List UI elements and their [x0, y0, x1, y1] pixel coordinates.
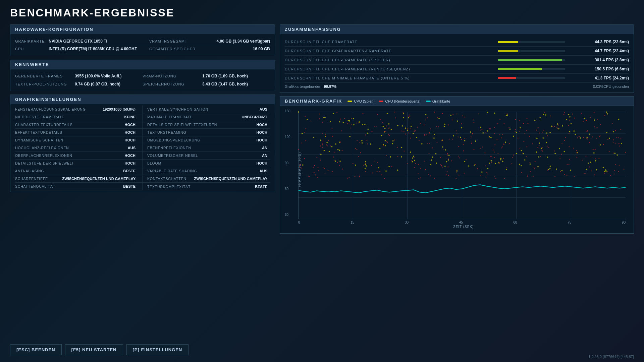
svg-point-418 — [530, 171, 531, 172]
svg-point-482 — [389, 135, 390, 136]
svg-point-174 — [564, 151, 565, 152]
svg-point-562 — [320, 160, 321, 161]
svg-point-281 — [619, 145, 620, 146]
svg-point-284 — [363, 113, 364, 114]
svg-point-130 — [348, 120, 349, 121]
svg-point-582 — [594, 174, 595, 175]
svg-point-481 — [430, 128, 431, 129]
svg-point-115 — [543, 137, 544, 139]
svg-point-154 — [549, 168, 551, 169]
svg-point-407 — [332, 128, 333, 129]
svg-point-307 — [425, 119, 426, 120]
svg-point-357 — [372, 172, 373, 173]
svg-point-519 — [427, 117, 428, 118]
svg-point-565 — [420, 168, 421, 169]
svg-point-419 — [298, 149, 299, 150]
svg-point-606 — [380, 119, 381, 120]
svg-point-415 — [323, 139, 324, 140]
svg-point-309 — [409, 116, 410, 117]
svg-point-573 — [585, 173, 586, 174]
bottom-button[interactable]: [ESC] BEENDEN — [10, 344, 62, 355]
svg-point-200 — [490, 137, 492, 138]
svg-point-28 — [438, 118, 440, 119]
svg-point-574 — [358, 122, 359, 123]
svg-point-210 — [411, 128, 412, 129]
svg-point-278 — [614, 174, 615, 175]
kennwerte-grid: GERENDERTE FRAMES 3955 (100.0% Volle Auf… — [15, 73, 270, 87]
frames-item: GERENDERTE FRAMES 3955 (100.0% Volle Auf… — [15, 73, 143, 79]
svg-point-352 — [429, 143, 430, 144]
svg-point-287 — [539, 145, 540, 146]
svg-point-136 — [520, 127, 521, 128]
svg-point-385 — [344, 118, 345, 119]
grafik-section: GRAFIKEINSTELLUNGEN FENSTERAUFLÖSUNGSSKA… — [10, 95, 275, 192]
svg-point-440 — [495, 178, 496, 179]
svg-point-452 — [475, 164, 476, 165]
bottom-button[interactable]: [F5] NEU STARTEN — [65, 344, 123, 355]
mem-value: 3.43 GB (3.47 GB, hoch) — [202, 82, 248, 86]
svg-point-368 — [612, 123, 613, 124]
summary-section: ZUSAMMENFASSUNG DURCHSCHNITTLICHE FRAMER… — [280, 24, 634, 93]
gpu-row: GRAFIKKARTE NVIDIA GEFORCE GTX 1050 TI V… — [15, 38, 270, 45]
svg-point-280 — [528, 123, 529, 124]
svg-point-568 — [614, 170, 615, 171]
svg-point-117 — [595, 160, 596, 162]
svg-point-129 — [433, 137, 435, 139]
svg-point-428 — [572, 114, 573, 115]
svg-point-577 — [418, 173, 419, 174]
svg-point-52 — [353, 118, 354, 119]
svg-point-288 — [537, 147, 538, 148]
cpu-value: INTEL(R) CORE(TM) I7-8086K CPU @ 4.00GHZ — [49, 47, 149, 51]
svg-point-499 — [332, 136, 333, 137]
svg-point-591 — [559, 158, 560, 159]
svg-point-318 — [596, 138, 597, 139]
svg-point-112 — [571, 123, 572, 124]
svg-point-316 — [420, 123, 421, 124]
grafik-row-right: DETAILS DER SPIELWELTTEXTURENHOCH — [143, 121, 270, 129]
svg-point-219 — [328, 170, 329, 171]
svg-point-41 — [600, 144, 601, 145]
texture-value: 0.74 GB (0.87 GB, hoch) — [75, 82, 120, 86]
svg-point-107 — [586, 169, 587, 170]
svg-point-292 — [526, 146, 527, 147]
svg-point-253 — [448, 159, 449, 160]
hardware-section: HARDWARE-KONFIGURATION GRAFIKKARTE NVIDI… — [10, 24, 275, 56]
svg-point-126 — [569, 116, 571, 118]
svg-point-118 — [335, 143, 336, 145]
svg-point-204 — [450, 115, 452, 116]
svg-point-185 — [470, 131, 471, 133]
bottom-button[interactable]: [P] EINSTELLUNGEN — [126, 344, 189, 355]
svg-point-507 — [485, 153, 486, 154]
svg-point-17 — [509, 128, 511, 130]
svg-point-116 — [362, 142, 363, 144]
svg-point-182 — [416, 137, 417, 138]
svg-point-411 — [473, 120, 474, 121]
svg-point-390 — [504, 123, 505, 124]
svg-point-354 — [302, 142, 303, 143]
svg-point-264 — [319, 114, 320, 115]
vram-usage-value: 1.76 GB (1.89 GB, hoch) — [202, 74, 248, 78]
svg-point-486 — [437, 142, 438, 143]
svg-point-186 — [384, 128, 386, 129]
svg-point-207 — [569, 131, 570, 132]
svg-point-276 — [589, 167, 590, 168]
svg-point-324 — [569, 159, 570, 160]
svg-point-599 — [522, 153, 523, 154]
grafik-row-right: KONTAKTSCHATTENZWISCHENSEQUENZEN UND GAM… — [143, 175, 270, 183]
svg-point-498 — [560, 171, 561, 172]
svg-point-295 — [415, 130, 416, 131]
svg-point-543 — [387, 142, 388, 143]
legend-item: CPU (Rendersquenz) — [379, 99, 420, 103]
svg-point-436 — [305, 128, 306, 129]
svg-point-426 — [458, 136, 459, 137]
svg-point-16 — [506, 169, 507, 170]
frames-label: GERENDERTE FRAMES — [15, 74, 72, 78]
svg-point-124 — [370, 143, 371, 145]
x-axis-title: ZEIT (SEK) — [298, 225, 629, 229]
svg-point-162 — [339, 121, 340, 122]
svg-point-470 — [299, 166, 300, 167]
svg-point-68 — [446, 161, 447, 163]
svg-point-504 — [567, 175, 568, 176]
svg-point-70 — [464, 140, 466, 141]
svg-point-82 — [559, 148, 560, 149]
